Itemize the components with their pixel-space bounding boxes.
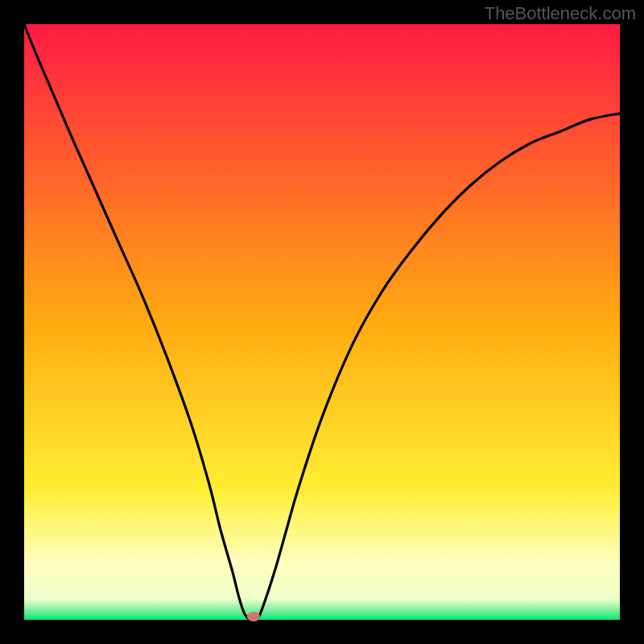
chart-plot-area: [24, 24, 620, 620]
attribution-text: TheBottleneck.com: [485, 3, 636, 24]
minimum-marker: [247, 612, 260, 621]
chart-curve: [24, 24, 620, 620]
